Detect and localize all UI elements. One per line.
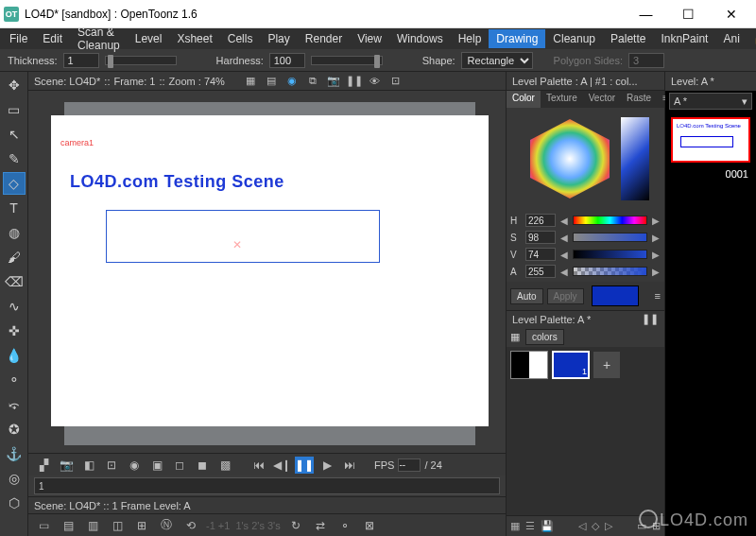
tab-vector[interactable]: Vector (583, 91, 621, 108)
play-button[interactable]: ▶ (318, 457, 336, 474)
color-chip-1[interactable]: 1 (552, 351, 590, 379)
s-right-icon[interactable]: ▶ (651, 233, 661, 243)
xs-collapse-icon[interactable]: ▤ (59, 517, 77, 534)
xs-reframe-icon[interactable]: ⟲ (181, 517, 200, 534)
v-input[interactable] (525, 248, 556, 261)
menu-xsheet[interactable]: Xsheet (169, 29, 219, 48)
safe-area-icon[interactable]: ▦ (242, 74, 259, 89)
s-input[interactable] (525, 231, 556, 244)
color-chip-0[interactable]: 0 (510, 351, 548, 379)
pause-button[interactable]: ❚❚ (295, 457, 314, 474)
menu-file[interactable]: File (2, 29, 35, 48)
tool-paintbrush[interactable]: 🖌 (3, 246, 26, 268)
h-slider[interactable] (573, 216, 647, 225)
menu-level[interactable]: Level (128, 29, 170, 48)
bg-check-icon[interactable]: ▩ (215, 457, 234, 474)
thickness-slider[interactable] (105, 56, 177, 65)
grid-icon[interactable]: ▦ (510, 331, 520, 343)
menu-view[interactable]: View (350, 29, 389, 48)
fps-input[interactable] (398, 458, 421, 472)
bg-white-icon[interactable]: ◻ (170, 457, 189, 474)
xs-reverse-icon[interactable]: ↻ (286, 517, 305, 534)
xs-new-icon[interactable]: ▭ (34, 517, 53, 534)
a-slider[interactable] (573, 267, 647, 276)
a-left-icon[interactable]: ◀ (559, 267, 569, 277)
xs-subscene-icon[interactable]: ⊞ (132, 517, 151, 534)
subcam-preview-icon[interactable]: ⊡ (387, 74, 404, 89)
h-left-icon[interactable]: ◀ (559, 216, 569, 226)
3d-view-icon[interactable]: ⧉ (304, 74, 321, 89)
snapshot-icon[interactable]: 📷 (57, 457, 76, 474)
tool-pinch[interactable]: ⤽ (3, 393, 26, 416)
last-frame-button[interactable]: ⏭ (340, 457, 359, 474)
hardness-slider[interactable] (311, 56, 383, 65)
menu-play[interactable]: Play (260, 29, 297, 48)
pal-newpage-icon[interactable]: ▭ (637, 520, 646, 532)
tool-selection[interactable]: ▭ (3, 98, 26, 121)
camera-view-icon[interactable]: 📷 (325, 74, 342, 89)
menu-cells[interactable]: Cells (220, 29, 261, 48)
tool-rgb-picker[interactable]: 💧 (3, 344, 26, 367)
xs-repeat-icon[interactable]: ▥ (83, 517, 102, 534)
apply-button[interactable]: Apply (547, 288, 584, 304)
tool-control-point[interactable]: ⚬ (3, 369, 26, 391)
prev-frame-button[interactable]: ◀❙ (272, 457, 291, 474)
h-right-icon[interactable]: ▶ (651, 216, 661, 226)
tool-type[interactable]: T (3, 197, 26, 219)
room-drawing[interactable]: Drawing (489, 29, 545, 48)
camera-stand-icon[interactable]: ◉ (284, 74, 301, 89)
menu-windows[interactable]: Windows (389, 29, 451, 48)
canvas-viewport[interactable]: camera1 LO4D.com Testing Scene ✕ (28, 91, 506, 453)
xs-each2-icon[interactable]: ◫ (108, 517, 127, 534)
tool-edit[interactable]: ↖ (3, 123, 26, 146)
menu-render[interactable]: Render (298, 29, 350, 48)
bg-black-icon[interactable]: ◼ (193, 457, 212, 474)
auto-button[interactable]: Auto (510, 288, 543, 304)
h-input[interactable] (525, 214, 556, 227)
window-minimize[interactable]: — (625, 1, 667, 27)
v-right-icon[interactable]: ▶ (651, 250, 661, 260)
room-palette[interactable]: Palette (603, 29, 653, 48)
s-slider[interactable] (573, 233, 647, 242)
pal-prev-icon[interactable]: ◁ (578, 520, 586, 532)
tool-geometric[interactable]: ◇ (3, 172, 26, 195)
a-right-icon[interactable]: ▶ (651, 267, 661, 277)
menu-edit[interactable]: Edit (35, 29, 70, 48)
hardness-input[interactable] (269, 53, 305, 68)
thickness-input[interactable] (63, 53, 99, 68)
menu-scan-cleanup[interactable]: Scan & Cleanup (70, 23, 128, 55)
v-left-icon[interactable]: ◀ (559, 250, 569, 260)
xs-swing-icon[interactable]: ⇄ (311, 517, 330, 534)
first-frame-button[interactable]: ⏮ (249, 457, 268, 474)
tab-texture[interactable]: Texture (541, 91, 583, 108)
xs-onion-icon[interactable]: Ⓝ (157, 517, 176, 534)
frame-slider[interactable]: 1 (34, 477, 500, 494)
field-guide-icon[interactable]: ▤ (263, 74, 280, 89)
level-thumbnail[interactable]: LO4D.com Testing Scene (671, 117, 750, 163)
palette-pause-icon[interactable]: ❚❚ (642, 313, 659, 325)
lock-icon[interactable]: 🔓 (747, 29, 756, 48)
tool-eraser[interactable]: ⌫ (3, 270, 26, 293)
pal-list-icon[interactable]: ☰ (525, 520, 535, 532)
tool-tracker[interactable]: ◎ (3, 467, 26, 490)
v-slider[interactable] (573, 250, 647, 259)
menu-help[interactable]: Help (451, 29, 490, 48)
tool-plastic[interactable]: ⬡ (3, 492, 26, 514)
tab-raster[interactable]: Raste (621, 91, 657, 108)
room-ani[interactable]: Ani (715, 29, 747, 48)
pal-grid-icon[interactable]: ▦ (510, 520, 520, 532)
shape-select[interactable]: Rectangle (461, 52, 533, 69)
tool-brush[interactable]: ✎ (3, 147, 26, 170)
pal-key-icon[interactable]: ◇ (592, 520, 599, 532)
tab-color[interactable]: Color (507, 91, 541, 108)
tool-hook[interactable]: ⚓ (3, 442, 26, 465)
pal-save-icon[interactable]: 💾 (541, 520, 554, 532)
a-input[interactable] (525, 265, 556, 278)
room-inknpaint[interactable]: InknPaint (653, 29, 715, 48)
color-hexagon[interactable] (507, 108, 664, 210)
xs-random-icon[interactable]: ⚬ (335, 517, 354, 534)
value-triangle[interactable] (621, 117, 649, 200)
tool-animate[interactable]: ✥ (3, 74, 26, 96)
window-close[interactable]: ✕ (710, 1, 752, 27)
pal-next-icon[interactable]: ▷ (605, 520, 612, 532)
